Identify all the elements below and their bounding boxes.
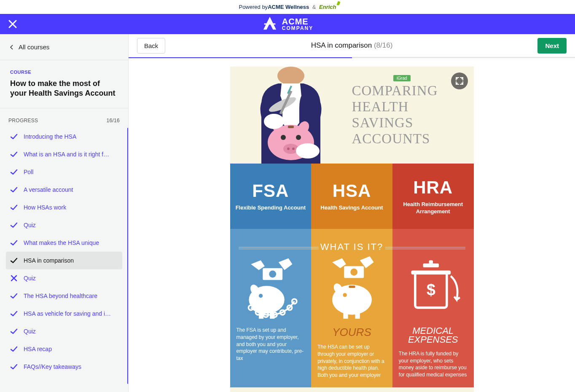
- lesson-item[interactable]: HSA recap: [6, 340, 122, 358]
- svg-rect-40: [429, 260, 433, 264]
- chevron-left-icon: [10, 45, 13, 50]
- lesson-label: FAQs//Key takeaways: [24, 363, 81, 370]
- lesson-item[interactable]: Quiz: [6, 269, 122, 287]
- fsa-piggy-icon: [239, 256, 302, 320]
- infographic-hero: iGrad: [230, 67, 474, 164]
- hra-pot-icon: $: [401, 256, 465, 320]
- svg-point-32: [343, 293, 347, 297]
- hra-header: HRA Health Reimbursement Arrangement: [392, 164, 474, 229]
- expand-icon: [455, 77, 464, 85]
- svg-rect-38: [411, 271, 451, 274]
- check-icon: [10, 310, 18, 317]
- svg-rect-36: [349, 285, 355, 288]
- brand-bar: ACME COMPANY: [0, 14, 575, 34]
- lesson-label: Quiz: [24, 328, 36, 335]
- check-icon: [10, 239, 18, 247]
- all-courses-label: All courses: [19, 43, 49, 51]
- content-body[interactable]: iGrad: [129, 58, 575, 392]
- hsa-illustration: [317, 254, 386, 322]
- infographic-heading-text: COMPARING HEALTH SAVINGS ACCOUNTS: [352, 83, 465, 147]
- powered-by-bar: Powered by ACME Wellness & Enrich: [0, 0, 575, 14]
- fsa-full: Flexible Spending Account: [236, 204, 306, 212]
- lesson-label: How HSAs work: [24, 204, 66, 211]
- svg-point-16: [269, 271, 276, 278]
- next-button[interactable]: Next: [537, 38, 567, 54]
- svg-point-5: [287, 148, 290, 150]
- svg-rect-35: [355, 312, 360, 319]
- powered-enrich: Enrich: [319, 4, 336, 10]
- hra-full: Health Reimbursement Arrangement: [397, 201, 470, 215]
- svg-point-30: [350, 268, 357, 276]
- lesson-item[interactable]: What makes the HSA unique: [6, 234, 122, 252]
- check-icon: [10, 363, 18, 371]
- svg-rect-34: [343, 312, 348, 319]
- person-illustration: [230, 67, 352, 164]
- fsa-desc: The FSA is set up and managed by your em…: [236, 327, 305, 362]
- ampersand: &: [311, 4, 317, 10]
- page-title-text: HSA in comparison: [311, 41, 372, 49]
- course-label: COURSE: [10, 70, 118, 75]
- all-courses-link[interactable]: All courses: [0, 34, 128, 60]
- hsa-body: YOURS The HSA can be set up through your…: [311, 229, 392, 387]
- svg-point-3: [296, 135, 301, 140]
- hsa-caption: YOURS: [317, 327, 386, 338]
- hsa-header: HSA Health Savings Account: [311, 164, 392, 229]
- hra-desc: The HRA is fully funded by your employer…: [399, 350, 468, 379]
- lesson-item[interactable]: The HSA beyond healthcare: [6, 287, 122, 305]
- lesson-item[interactable]: A versatile account: [6, 181, 122, 199]
- sidebar: All courses COURSE How to make the most …: [0, 34, 129, 392]
- content-header: Back HSA in comparison (8/16) Next: [129, 34, 575, 57]
- svg-text:$: $: [427, 281, 435, 298]
- lesson-label: What is an HSA and is it right for m...: [24, 151, 112, 158]
- check-icon: [10, 345, 18, 353]
- page-counter: (8/16): [374, 41, 392, 49]
- check-icon: [10, 186, 18, 193]
- lesson-label: What makes the HSA unique: [24, 239, 99, 246]
- lesson-label: The HSA beyond healthcare: [24, 293, 97, 299]
- check-icon: [10, 204, 18, 211]
- check-icon: [10, 221, 18, 229]
- lesson-item[interactable]: HSA as vehicle for saving and inves...: [6, 305, 122, 322]
- check-icon: [10, 328, 18, 335]
- course-header: COURSE How to make the most of your Heal…: [0, 60, 128, 108]
- lesson-label: HSA in comparison: [24, 257, 74, 264]
- close-icon: [8, 19, 18, 29]
- hsa-piggy-icon: [320, 256, 384, 320]
- igrad-tag: iGrad: [393, 75, 410, 81]
- svg-point-18: [259, 294, 263, 298]
- lesson-item[interactable]: Poll: [6, 163, 122, 181]
- back-button[interactable]: Back: [137, 38, 165, 54]
- lesson-item[interactable]: Quiz: [6, 322, 122, 340]
- page-title: HSA in comparison (8/16): [311, 41, 393, 50]
- brand-name: ACME: [282, 17, 313, 26]
- lesson-label: Poll: [24, 169, 33, 175]
- lesson-item[interactable]: What is an HSA and is it right for m...: [6, 145, 122, 163]
- svg-point-10: [264, 114, 284, 129]
- svg-rect-9: [288, 126, 294, 128]
- lesson-label: HSA recap: [24, 346, 52, 352]
- what-is-banner: WHAT IS IT?: [230, 242, 474, 252]
- cross-icon: [10, 274, 18, 282]
- hra-caption-l2: EXPENSES: [408, 334, 458, 345]
- lesson-item[interactable]: FAQs//Key takeaways: [6, 358, 122, 376]
- lesson-item[interactable]: How HSAs work: [6, 199, 122, 216]
- svg-point-6: [292, 148, 295, 150]
- lesson-item[interactable]: HSA in comparison: [6, 252, 122, 269]
- hra-illustration: $: [399, 254, 468, 322]
- progress-bar: [129, 57, 575, 58]
- progress-bar-fill: [129, 57, 352, 58]
- check-icon: [10, 257, 18, 264]
- check-icon: [10, 292, 18, 300]
- close-button[interactable]: [8, 19, 18, 29]
- check-icon: [10, 133, 18, 140]
- fsa-body: The FSA is set up and managed by your em…: [230, 229, 312, 387]
- expand-button[interactable]: [451, 72, 468, 89]
- lesson-label: HSA as vehicle for saving and inves...: [24, 310, 112, 317]
- lesson-label: A versatile account: [24, 186, 73, 193]
- content-area: Back HSA in comparison (8/16) Next iGrad: [129, 34, 575, 392]
- hra-caption: MEDICAL EXPENSES: [399, 327, 468, 344]
- lesson-item[interactable]: Introducing the HSA: [6, 128, 122, 145]
- progress-row: PROGRESS 16/16: [0, 108, 128, 128]
- infographic: iGrad: [230, 67, 474, 392]
- lesson-item[interactable]: Quiz: [6, 216, 122, 234]
